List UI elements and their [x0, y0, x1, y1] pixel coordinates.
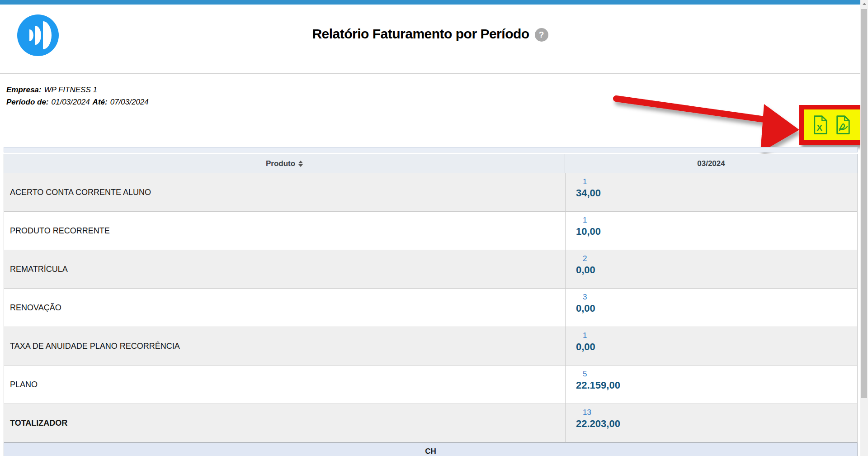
- table-top-strip: [4, 147, 858, 152]
- company-line: Empresa:WP FITNESS 1: [6, 84, 149, 96]
- value-cell: 1 10,00: [565, 212, 857, 250]
- sort-icon: [298, 161, 303, 167]
- table-row: TAXA DE ANUIDADE PLANO RECORRÊNCIA 1 0,0…: [4, 327, 858, 366]
- count-link[interactable]: 5: [583, 370, 587, 378]
- table-row: PLANO 5 22.159,00: [4, 366, 858, 404]
- period-from-value: 01/03/2024: [52, 98, 90, 106]
- count-link[interactable]: 3: [583, 293, 587, 301]
- pdf-export-icon[interactable]: [835, 115, 851, 134]
- amount-value: 22.203,00: [576, 418, 857, 429]
- top-accent-bar: [0, 0, 860, 5]
- product-cell: RENOVAÇÃO: [4, 289, 565, 327]
- table-row: PRODUTO RECORRENTE 1 10,00: [4, 212, 858, 250]
- excel-export-icon[interactable]: X: [813, 115, 828, 134]
- count-link[interactable]: 1: [583, 216, 587, 224]
- count-link[interactable]: 1: [583, 177, 587, 186]
- column-header-produto[interactable]: Produto: [4, 154, 565, 173]
- count-link[interactable]: 13: [583, 408, 591, 417]
- value-cell: 1 34,00: [565, 173, 857, 211]
- header-divider: [0, 73, 860, 74]
- up-arrow-icon: [863, 3, 866, 5]
- page-header: Relatório Faturamento por Período ?: [0, 5, 860, 73]
- product-cell: TOTALIZADOR: [4, 404, 565, 442]
- column-header-period: 03/2024: [565, 154, 857, 173]
- value-cell: 2 0,00: [565, 250, 857, 288]
- help-icon[interactable]: ?: [535, 28, 548, 42]
- period-header-label: 03/2024: [697, 159, 725, 168]
- amount-value: 0,00: [576, 264, 857, 276]
- table-body: ACERTO CONTA CORRENTE ALUNO 1 34,00 PROD…: [4, 173, 858, 442]
- product-cell: PLANO: [4, 366, 565, 404]
- count-link[interactable]: 1: [583, 331, 587, 340]
- company-value: WP FITNESS 1: [44, 86, 97, 94]
- period-to-value: 07/03/2024: [110, 98, 149, 106]
- product-cell: TAXA DE ANUIDADE PLANO RECORRÊNCIA: [4, 327, 565, 365]
- table-row: REMATRÍCULA 2 0,00: [4, 250, 858, 289]
- export-highlight-box: X: [799, 105, 864, 145]
- section-footer-ch: CH: [4, 442, 858, 456]
- table-row-totalizador: TOTALIZADOR 13 22.203,00: [4, 404, 858, 442]
- table-row: ACERTO CONTA CORRENTE ALUNO 1 34,00: [4, 173, 858, 212]
- amount-value: 10,00: [576, 226, 857, 237]
- produto-header-label: Produto: [266, 159, 295, 168]
- billing-report-table: Produto 03/2024 ACERTO CONTA CORRENTE AL…: [4, 147, 858, 456]
- product-cell: PRODUTO RECORRENTE: [4, 212, 565, 250]
- period-line: Período de:01/03/2024Até:07/03/2024: [6, 96, 149, 108]
- excel-letter: X: [817, 123, 823, 133]
- page-title: Relatório Faturamento por Período: [312, 26, 529, 42]
- value-cell: 13 22.203,00: [565, 404, 857, 442]
- table-row: RENOVAÇÃO 3 0,00: [4, 289, 858, 327]
- ch-label: CH: [425, 447, 436, 456]
- scrollbar-up-button[interactable]: [860, 0, 868, 8]
- period-from-label: Período de:: [6, 98, 49, 106]
- amount-value: 0,00: [576, 303, 857, 314]
- vertical-scrollbar[interactable]: [860, 0, 868, 456]
- amount-value: 0,00: [576, 341, 857, 352]
- amount-value: 22.159,00: [576, 380, 857, 391]
- company-label: Empresa:: [6, 86, 41, 94]
- product-cell: REMATRÍCULA: [4, 250, 565, 288]
- count-link[interactable]: 2: [583, 254, 587, 263]
- value-cell: 5 22.159,00: [565, 366, 857, 404]
- value-cell: 1 0,00: [565, 327, 857, 365]
- scrollbar-thumb[interactable]: [861, 9, 867, 398]
- period-to-label: Até:: [93, 98, 108, 106]
- amount-value: 34,00: [576, 187, 857, 199]
- table-header-row: Produto 03/2024: [4, 154, 858, 173]
- report-info: Empresa:WP FITNESS 1 Período de:01/03/20…: [6, 84, 149, 108]
- product-cell: ACERTO CONTA CORRENTE ALUNO: [4, 173, 565, 211]
- value-cell: 3 0,00: [565, 289, 857, 327]
